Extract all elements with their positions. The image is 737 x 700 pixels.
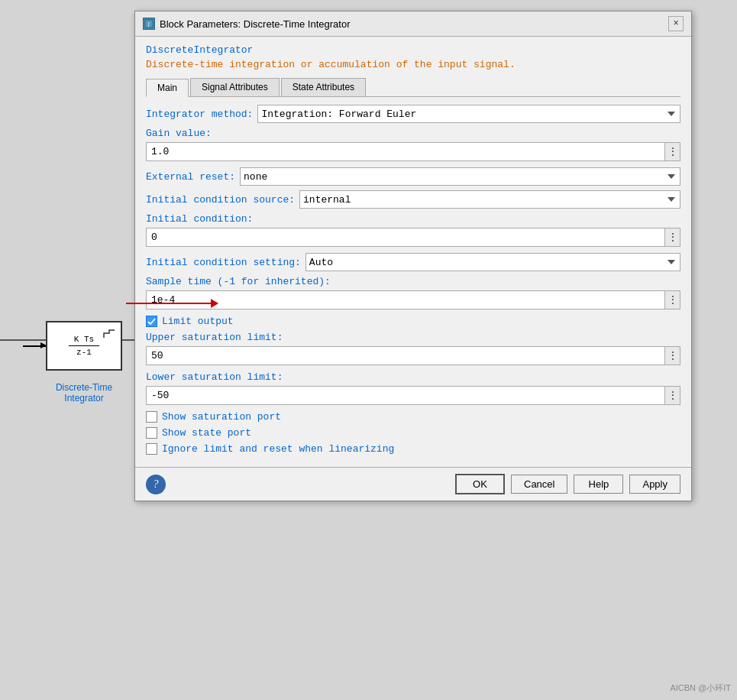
title-bar-left: ∫ Block Parameters: Discrete-Time Integr… xyxy=(143,18,350,30)
help-icon-button[interactable]: ? xyxy=(146,475,166,494)
upper-sat-input[interactable] xyxy=(147,347,664,365)
cancel-button[interactable]: Cancel xyxy=(511,475,567,494)
help-button[interactable]: Help xyxy=(574,475,623,494)
footer-right: OK Cancel Help Apply xyxy=(455,474,680,494)
initial-condition-source-row: Initial condition source: internal xyxy=(146,190,680,209)
lower-sat-input[interactable] xyxy=(147,387,664,404)
external-reset-row: External reset: none xyxy=(146,167,680,186)
dialog-content: DiscreteIntegrator Discrete-time integra… xyxy=(135,37,691,467)
show-state-port-label: Show state port xyxy=(162,427,251,439)
upper-sat-label: Upper saturation limit: xyxy=(146,332,680,343)
close-button[interactable]: × xyxy=(668,16,684,31)
initial-condition-source-select[interactable]: internal xyxy=(299,190,680,209)
block-symbol: K Ts z-1 Discrete-TimeIntegrator xyxy=(46,321,122,371)
limit-output-label: Limit output xyxy=(162,316,234,327)
ignore-limit-label: Ignore limit and reset when linearizing xyxy=(162,443,394,455)
tab-bar: Main Signal Attributes State Attributes xyxy=(146,78,680,97)
lower-sat-menu-btn[interactable]: ⋮ xyxy=(664,387,680,404)
initial-condition-setting-label: Initial condition setting: xyxy=(146,257,301,268)
initial-condition-setting-row: Initial condition setting: Auto xyxy=(146,253,680,271)
watermark: AICBN @小环IT xyxy=(670,682,731,694)
sample-time-input[interactable] xyxy=(147,291,664,309)
sample-time-menu-btn[interactable]: ⋮ xyxy=(664,291,680,309)
integrator-method-select[interactable]: Integration: Forward Euler xyxy=(257,105,680,123)
tab-state-attributes[interactable]: State Attributes xyxy=(281,78,366,96)
upper-sat-menu-btn[interactable]: ⋮ xyxy=(664,347,680,365)
dialog-icon: ∫ xyxy=(143,18,155,30)
show-sat-port-label: Show saturation port xyxy=(162,411,281,423)
block-numerator: K Ts xyxy=(74,335,94,344)
integrator-icon: ∫ xyxy=(144,19,154,28)
gain-value-label: Gain value: xyxy=(146,128,680,139)
limit-output-checkbox[interactable] xyxy=(146,316,157,327)
arrow-in xyxy=(23,345,46,347)
limit-output-row: Limit output xyxy=(146,316,680,327)
footer-left: ? xyxy=(146,475,166,494)
integrator-method-label: Integrator method: xyxy=(146,109,253,120)
sample-time-label: Sample time (-1 for inherited): xyxy=(146,276,680,287)
lower-sat-label: Lower saturation limit: xyxy=(146,371,680,383)
show-state-port-checkbox[interactable] xyxy=(146,427,157,439)
lower-sat-input-row: ⋮ xyxy=(146,386,680,405)
dialog-title: Block Parameters: Discrete-Time Integrat… xyxy=(160,18,350,30)
ok-button[interactable]: OK xyxy=(455,474,505,494)
gain-value-input-row: ⋮ xyxy=(146,142,680,161)
gain-value-menu-btn[interactable]: ⋮ xyxy=(664,143,680,160)
tab-main[interactable]: Main xyxy=(146,79,189,97)
initial-condition-input-row: ⋮ xyxy=(146,228,680,247)
dialog-window: ∫ Block Parameters: Discrete-Time Integr… xyxy=(134,11,692,501)
external-reset-label: External reset: xyxy=(146,171,235,183)
sample-time-input-row: ⋮ xyxy=(146,290,680,309)
show-sat-port-row: Show saturation port xyxy=(146,411,680,423)
gain-value-input[interactable] xyxy=(147,143,664,160)
red-arrow xyxy=(126,303,218,304)
dialog-footer: ? OK Cancel Help Apply xyxy=(135,467,691,501)
block-fraction: K Ts z-1 xyxy=(69,335,99,357)
initial-condition-source-label: Initial condition source: xyxy=(146,194,295,206)
checkmark-icon xyxy=(147,318,156,325)
block-container: K Ts z-1 Discrete-TimeIntegrator xyxy=(23,321,122,371)
ignore-limit-checkbox[interactable] xyxy=(146,443,157,455)
initial-condition-setting-select[interactable]: Auto xyxy=(305,253,680,271)
title-bar: ∫ Block Parameters: Discrete-Time Integr… xyxy=(135,11,691,37)
fraction-line xyxy=(69,345,99,346)
show-sat-port-checkbox[interactable] xyxy=(146,411,157,423)
block-denominator: z-1 xyxy=(76,348,92,357)
initial-condition-input[interactable] xyxy=(147,228,664,246)
block-name-label: DiscreteIntegrator xyxy=(146,44,680,56)
block-desc-label: Discrete-time integration or accumulatio… xyxy=(146,59,680,70)
upper-sat-input-row: ⋮ xyxy=(146,346,680,365)
show-state-port-row: Show state port xyxy=(146,427,680,439)
ignore-limit-row: Ignore limit and reset when linearizing xyxy=(146,443,680,455)
block-label: Discrete-TimeIntegrator xyxy=(56,382,112,403)
tab-signal-attributes[interactable]: Signal Attributes xyxy=(190,78,280,96)
apply-button[interactable]: Apply xyxy=(629,475,680,494)
step-icon xyxy=(102,327,116,341)
integrator-method-row: Integrator method: Integration: Forward … xyxy=(146,105,680,123)
external-reset-select[interactable]: none xyxy=(240,167,680,186)
initial-condition-label: Initial condition: xyxy=(146,213,680,225)
initial-condition-menu-btn[interactable]: ⋮ xyxy=(664,228,680,246)
